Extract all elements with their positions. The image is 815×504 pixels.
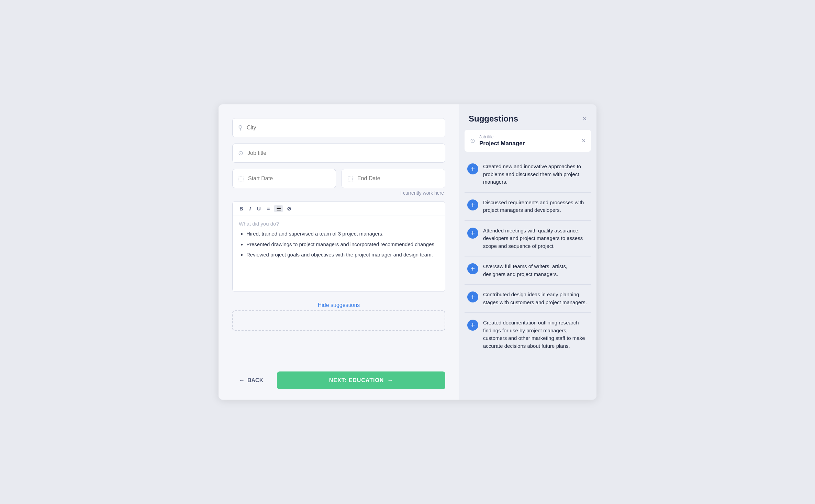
city-input-wrapper[interactable]: ⚲ <box>232 118 445 137</box>
job-title-suggestion-box: ⊙ Job title Project Manager × <box>465 130 591 152</box>
suggestions-header: Suggestions × <box>459 104 596 130</box>
back-arrow-icon: ← <box>239 377 245 383</box>
underline-button[interactable]: U <box>255 205 263 212</box>
date-row: ⬚ ⬚ <box>232 169 445 188</box>
next-arrow-icon: → <box>387 377 393 383</box>
editor-content[interactable]: What did you do? Hired, trained and supe… <box>233 216 445 291</box>
editor-placeholder: What did you do? <box>239 221 439 227</box>
bullet-item-3: Reviewed project goals and objectives wi… <box>246 251 439 259</box>
editor-toolbar: B I U ≡ ☰ ⊘ <box>233 202 445 216</box>
suggestion-text-2: Discussed requirements and processes wit… <box>483 199 588 214</box>
calendar-end-icon: ⬚ <box>347 175 353 182</box>
currently-work-label: I currently work here <box>232 190 445 196</box>
add-icon-5: + <box>467 291 478 302</box>
end-date-input[interactable] <box>357 175 439 182</box>
city-input[interactable] <box>247 125 439 131</box>
calendar-icon: ⬚ <box>238 175 244 182</box>
add-icon-3: + <box>467 228 478 239</box>
add-icon-2: + <box>467 199 478 210</box>
suggestion-item-5[interactable]: + Contributed design ideas in early plan… <box>465 285 591 313</box>
end-date-input-wrapper[interactable]: ⬚ <box>342 169 445 188</box>
suggestion-item-2[interactable]: + Discussed requirements and processes w… <box>465 193 591 221</box>
job-title-box-label: Job title <box>479 135 578 139</box>
suggestions-title: Suggestions <box>469 114 518 124</box>
job-title-content: Job title Project Manager <box>479 135 578 147</box>
list-button[interactable]: ☰ <box>274 205 283 212</box>
italic-button[interactable]: I <box>247 205 253 212</box>
job-title-input[interactable] <box>247 150 439 156</box>
job-title-person-icon: ⊙ <box>470 137 475 145</box>
start-date-input-wrapper[interactable]: ⬚ <box>232 169 336 188</box>
bold-button[interactable]: B <box>237 205 245 212</box>
suggestion-item-3[interactable]: + Attended meetings with quality assuran… <box>465 221 591 257</box>
suggestion-text-5: Contributed design ideas in early planni… <box>483 291 588 306</box>
suggestion-item-4[interactable]: + Oversaw full teams of writers, artists… <box>465 256 591 285</box>
job-title-input-wrapper[interactable]: ⊙ <box>232 144 445 163</box>
add-icon-4: + <box>467 263 478 274</box>
next-button[interactable]: NEXT: EDUCATION → <box>277 371 445 389</box>
left-panel: ⚲ ⊙ ⬚ ⬚ I currently work here <box>219 104 459 400</box>
location-icon: ⚲ <box>238 124 243 131</box>
hide-suggestions-button[interactable]: Hide suggestions <box>232 299 445 310</box>
bullet-item-2: Presented drawings to project managers a… <box>246 241 439 249</box>
suggestion-item-1[interactable]: + Created new and innovative approaches … <box>465 157 591 193</box>
bullet-list: Hired, trained and supervised a team of … <box>239 230 439 259</box>
person-icon: ⊙ <box>238 149 243 157</box>
bullet-item-1: Hired, trained and supervised a team of … <box>246 230 439 238</box>
back-label: BACK <box>247 377 263 383</box>
start-date-input[interactable] <box>248 175 330 182</box>
city-field-group: ⚲ <box>232 118 445 137</box>
add-icon-6: + <box>467 320 478 331</box>
back-button[interactable]: ← BACK <box>232 371 270 389</box>
bottom-nav: ← BACK NEXT: EDUCATION → <box>232 368 445 389</box>
suggestion-item-6[interactable]: + Created documentation outlining resear… <box>465 313 591 356</box>
suggestions-close-button[interactable]: × <box>582 115 587 123</box>
suggestion-text-4: Oversaw full teams of writers, artists, … <box>483 263 588 278</box>
main-container: ⚲ ⊙ ⬚ ⬚ I currently work here <box>219 104 596 400</box>
dashed-placeholder-box <box>232 310 445 331</box>
align-button[interactable]: ≡ <box>265 205 272 212</box>
suggestion-text-3: Attended meetings with quality assurance… <box>483 227 588 250</box>
job-title-field-group: ⊙ <box>232 144 445 163</box>
editor-container: B I U ≡ ☰ ⊘ What did you do? Hired, trai… <box>232 201 445 292</box>
add-icon-1: + <box>467 163 478 174</box>
job-title-box-value: Project Manager <box>479 140 578 147</box>
right-panel: Suggestions × ⊙ Job title Project Manage… <box>459 104 596 400</box>
suggestion-text-1: Created new and innovative approaches to… <box>483 163 588 186</box>
next-label: NEXT: EDUCATION <box>329 377 384 383</box>
clear-format-button[interactable]: ⊘ <box>285 205 293 212</box>
suggestion-text-6: Created documentation outlining research… <box>483 319 588 350</box>
job-title-clear-button[interactable]: × <box>582 137 585 145</box>
suggestions-list: + Created new and innovative approaches … <box>459 157 596 400</box>
